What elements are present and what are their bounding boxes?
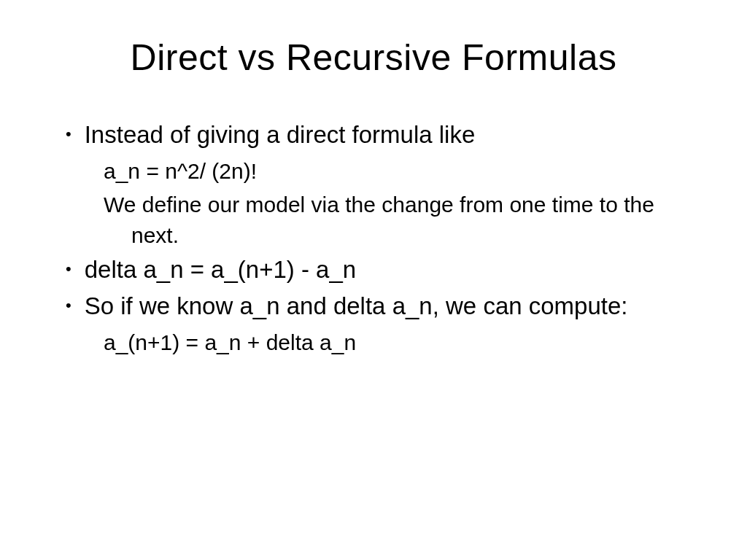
sub-item: a_n = n^2/ (2n)! xyxy=(104,156,696,187)
bullet-text: So if we know a_n and delta a_n, we can … xyxy=(85,290,696,323)
sub-item: a_(n+1) = a_n + delta a_n xyxy=(104,327,696,358)
bullet-item: • Instead of giving a direct formula lik… xyxy=(66,119,696,152)
bullet-item: • delta a_n = a_(n+1) - a_n xyxy=(66,254,696,287)
slide-title: Direct vs Recursive Formulas xyxy=(51,36,696,79)
sub-item: We define our model via the change from … xyxy=(104,190,696,251)
bullet-text: Instead of giving a direct formula like xyxy=(85,119,696,152)
bullet-text: delta a_n = a_(n+1) - a_n xyxy=(85,254,696,287)
bullet-marker: • xyxy=(66,290,71,321)
slide-content: • Instead of giving a direct formula lik… xyxy=(51,119,696,358)
bullet-marker: • xyxy=(66,254,71,284)
bullet-marker: • xyxy=(66,119,71,149)
bullet-item: • So if we know a_n and delta a_n, we ca… xyxy=(66,290,696,323)
